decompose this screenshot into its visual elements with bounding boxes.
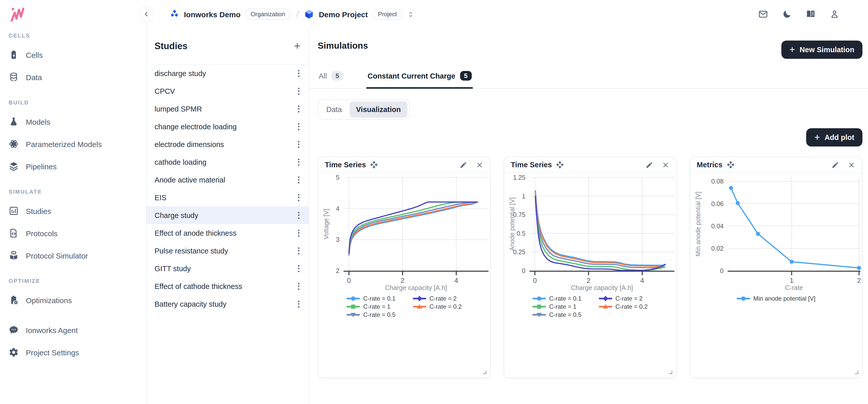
- resize-handle-icon[interactable]: [482, 370, 487, 374]
- plot-cards-row: Time Series 0242345Voltage [V]Charge cap…: [318, 157, 862, 378]
- kebab-menu-icon[interactable]: [296, 210, 302, 221]
- study-name: Charge study: [155, 211, 198, 219]
- chart-area: 02400.250.50.7511.25Anode potential [V]C…: [504, 173, 676, 318]
- tab-constant-current-charge[interactable]: Constant Current Charge 5: [367, 66, 473, 89]
- kebab-menu-icon[interactable]: [296, 192, 302, 203]
- mail-icon[interactable]: [758, 9, 768, 19]
- move-icon[interactable]: [726, 161, 735, 169]
- kebab-menu-icon[interactable]: [296, 68, 302, 79]
- resize-handle-icon[interactable]: [668, 370, 673, 374]
- resize-handle-icon[interactable]: [854, 370, 858, 374]
- sidebar-item-label: Protocols: [26, 229, 58, 238]
- sidebar-item-pipelines[interactable]: Pipelines: [0, 155, 146, 178]
- move-icon[interactable]: [556, 161, 564, 169]
- kebab-menu-icon[interactable]: [296, 174, 302, 185]
- edit-plot-icon[interactable]: [460, 161, 467, 168]
- sidebar-item-label: Optimizations: [26, 296, 72, 304]
- plot-card-header: Metrics: [690, 157, 862, 173]
- kebab-menu-icon[interactable]: [296, 263, 302, 274]
- sidebar-item-studies[interactable]: Studies: [0, 200, 146, 222]
- kebab-menu-icon[interactable]: [296, 245, 302, 256]
- view-toggle-data[interactable]: Data: [320, 101, 348, 118]
- ionworks-logo-icon[interactable]: [9, 5, 29, 23]
- tab-label: All: [319, 72, 327, 80]
- moon-icon[interactable]: [782, 9, 792, 19]
- legend-label: C-rate = 2: [429, 295, 457, 302]
- plot-card-header: Time Series: [504, 157, 676, 173]
- kebab-menu-icon[interactable]: [296, 85, 302, 97]
- sidebar-item-parameterized-models[interactable]: Parameterized Models: [0, 133, 146, 155]
- sidebar-item-cells[interactable]: Cells: [0, 43, 146, 66]
- collapse-panel-button[interactable]: [139, 7, 154, 22]
- close-plot-icon[interactable]: [662, 161, 670, 168]
- chevrons-up-down-icon[interactable]: [407, 10, 415, 18]
- breadcrumb-organization[interactable]: Ionworks Demo Organization: [169, 9, 290, 20]
- svg-text:2: 2: [401, 277, 404, 284]
- close-plot-icon[interactable]: [848, 161, 855, 168]
- legend-item: C-rate = 0.1: [347, 295, 396, 302]
- study-list-item[interactable]: GITT study: [147, 259, 309, 277]
- tab-all[interactable]: All 5: [318, 66, 344, 89]
- study-list-item[interactable]: Anode active material: [147, 171, 309, 189]
- study-list-item[interactable]: change electrode loading: [147, 118, 309, 135]
- sidebar-item-optimizations[interactable]: Optimizations: [0, 289, 146, 311]
- plus-icon: +: [789, 44, 795, 54]
- kebab-menu-icon[interactable]: [296, 227, 302, 239]
- project-badge: Project: [372, 9, 403, 20]
- svg-text:1: 1: [790, 277, 794, 284]
- kebab-menu-icon[interactable]: [296, 281, 302, 292]
- sidebar-item-label: Ionworks Agent: [26, 326, 78, 334]
- sidebar-item-data[interactable]: Data: [0, 66, 146, 88]
- chart-area: 0242345Voltage [V]Charge capacity [A.h] …: [318, 173, 490, 318]
- close-plot-icon[interactable]: [476, 161, 484, 168]
- add-study-button[interactable]: +: [294, 40, 301, 52]
- kebab-menu-icon[interactable]: [296, 121, 302, 132]
- study-list-item[interactable]: discharge study: [147, 64, 309, 82]
- user-icon[interactable]: [830, 9, 840, 19]
- study-list-item[interactable]: lumped SPMR: [147, 100, 309, 118]
- new-simulation-button[interactable]: + New Simulation: [781, 40, 862, 59]
- view-toggle-visualization[interactable]: Visualization: [349, 101, 407, 118]
- kebab-menu-icon[interactable]: [296, 138, 302, 150]
- sidebar-item-protocol-simulator[interactable]: Protocol Simulator: [0, 244, 146, 267]
- sidebar-item-protocols[interactable]: Protocols: [0, 222, 146, 244]
- kebab-menu-icon[interactable]: [296, 298, 302, 309]
- add-plot-button[interactable]: + Add plot: [806, 128, 862, 147]
- study-list-item[interactable]: electrode dimensions: [147, 135, 309, 153]
- chart-legend: C-rate = 0.1 C-rate = 2 C-rate = 1 C-rat…: [318, 295, 490, 318]
- sidebar-item-ionworks-agent[interactable]: Ionworks Agent: [0, 319, 146, 341]
- legend-label: C-rate = 0.1: [549, 295, 582, 302]
- legend-label: C-rate = 0.1: [363, 295, 396, 302]
- edit-plot-icon[interactable]: [832, 161, 839, 168]
- study-list-item[interactable]: Effect of cathode thickness: [147, 277, 309, 295]
- study-list-item[interactable]: cathode loading: [147, 153, 309, 171]
- plot-title: Metrics: [697, 161, 722, 169]
- study-list-item[interactable]: EIS: [147, 189, 309, 206]
- svg-text:0: 0: [533, 277, 537, 284]
- study-list-item[interactable]: CPCV: [147, 82, 309, 100]
- study-list-item[interactable]: Pulse resistance study: [147, 242, 309, 259]
- legend-item: C-rate = 0.5: [532, 311, 582, 318]
- edit-plot-icon[interactable]: [646, 161, 653, 168]
- kebab-menu-icon[interactable]: [296, 156, 302, 167]
- study-list-item[interactable]: Battery capacity study: [147, 295, 309, 313]
- study-list-item[interactable]: Charge study: [147, 206, 309, 224]
- sidebar-item-label: Studies: [26, 207, 51, 215]
- plot-canvas: 0242345Voltage [V]Charge capacity [A.h]: [318, 173, 490, 293]
- legend-marker-icon: [347, 312, 360, 318]
- legend-label: C-rate = 1: [363, 303, 391, 310]
- study-name: Anode active material: [155, 176, 225, 184]
- book-icon[interactable]: [806, 9, 816, 19]
- tab-label: Constant Current Charge: [368, 72, 455, 80]
- study-list-item[interactable]: Effect of anode thickness: [147, 224, 309, 242]
- sidebar-item-models[interactable]: Models: [0, 111, 146, 133]
- page-title: Simulations: [318, 40, 368, 51]
- legend-label: Min anode potential [V]: [753, 295, 815, 302]
- kebab-menu-icon[interactable]: [296, 103, 302, 114]
- sidebar-item-project-settings[interactable]: Project Settings: [0, 341, 146, 364]
- move-icon[interactable]: [370, 161, 378, 169]
- svg-text:4: 4: [454, 277, 458, 284]
- breadcrumb-project[interactable]: Demo Project Project: [304, 9, 402, 20]
- legend-item: C-rate = 1: [347, 303, 396, 310]
- nav-section-label: CELLS: [9, 32, 146, 38]
